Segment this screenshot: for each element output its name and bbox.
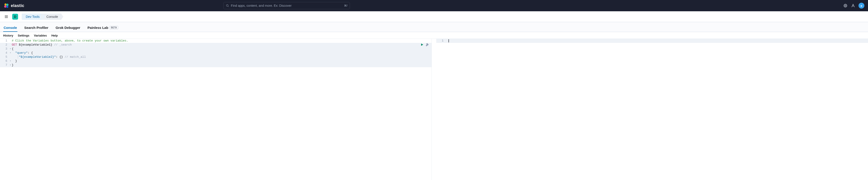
- breadcrumb-bar: D Dev Tools Console: [0, 11, 868, 22]
- breadcrumbs: Dev Tools Console: [22, 13, 61, 20]
- line-number: 5: [0, 55, 9, 59]
- svg-point-2: [4, 5, 6, 8]
- code-content[interactable]: # Click the Variables button, above, to …: [12, 39, 432, 43]
- line-number: 1: [0, 39, 9, 43]
- tab-search-profiler[interactable]: Search Profiler: [24, 23, 49, 32]
- header-right-group: e: [843, 3, 864, 8]
- code-line[interactable]: 6▾ }: [0, 59, 432, 63]
- run-controls: [420, 43, 429, 46]
- fold-toggle: [445, 39, 448, 43]
- line-number: 2: [0, 43, 9, 47]
- code-line[interactable]: 5 │"${exampleVariable2}": {} // match_al…: [0, 55, 432, 59]
- code-content[interactable]: }: [12, 59, 432, 63]
- code-content[interactable]: }: [12, 63, 432, 67]
- breadcrumb-console-label: Console: [46, 15, 58, 19]
- sub-tab-history[interactable]: History: [3, 34, 13, 37]
- pane-splitter[interactable]: [432, 39, 436, 180]
- sub-tab-variables[interactable]: Variables: [34, 34, 47, 37]
- svg-point-3: [6, 6, 8, 8]
- code-content[interactable]: "query": {: [12, 51, 432, 55]
- fold-toggle[interactable]: ▾: [9, 51, 12, 55]
- code-line[interactable]: 7▾}: [0, 63, 432, 67]
- tab-grok-debugger-label: Grok Debugger: [56, 26, 80, 30]
- line-number: 4: [0, 51, 9, 55]
- play-icon[interactable]: [420, 43, 424, 46]
- elastic-logo-icon: [4, 3, 9, 8]
- response-editor[interactable]: 1: [436, 39, 868, 43]
- global-header: elastic Find apps, content, and more. Ex…: [0, 0, 868, 11]
- code-content[interactable]: GET ${exampleVariable1} // _search: [12, 43, 432, 47]
- beta-badge: BETA: [110, 26, 118, 29]
- tab-console-label: Console: [4, 26, 17, 30]
- global-search[interactable]: Find apps, content, and more. Ex: Discov…: [223, 2, 350, 9]
- tab-painless-lab[interactable]: Painless Lab BETA: [87, 23, 119, 32]
- space-chip-letter: D: [14, 15, 16, 19]
- code-content[interactable]: [448, 39, 868, 43]
- help-icon[interactable]: [843, 3, 848, 8]
- text-cursor: [448, 39, 449, 42]
- code-content[interactable]: {: [12, 47, 432, 51]
- line-number: 3: [0, 47, 9, 51]
- code-line[interactable]: 3▾{: [0, 47, 432, 51]
- line-number: 7: [0, 63, 9, 67]
- request-editor[interactable]: 1# Click the Variables button, above, to…: [0, 39, 432, 67]
- svg-point-1: [6, 4, 8, 6]
- svg-point-0: [4, 3, 6, 5]
- code-line[interactable]: 1# Click the Variables button, above, to…: [0, 39, 432, 43]
- request-pane[interactable]: 1# Click the Variables button, above, to…: [0, 39, 432, 180]
- console-sub-tabs: History Settings Variables Help: [0, 32, 868, 39]
- fold-toggle: [9, 39, 12, 43]
- main-tabs: Console Search Profiler Grok Debugger Pa…: [0, 22, 868, 32]
- fold-toggle[interactable]: ▾: [9, 63, 12, 67]
- wrench-icon[interactable]: [426, 43, 429, 46]
- user-avatar[interactable]: e: [859, 3, 864, 8]
- fold-toggle: [9, 43, 12, 47]
- editor-area: 1# Click the Variables button, above, to…: [0, 39, 868, 180]
- sub-tab-help[interactable]: Help: [51, 34, 58, 37]
- line-number: 6: [0, 59, 9, 63]
- code-line[interactable]: 4▾ "query": {: [0, 51, 432, 55]
- fold-toggle: [9, 55, 12, 59]
- search-icon: [226, 4, 229, 7]
- svg-marker-11: [421, 43, 423, 46]
- svg-point-4: [226, 4, 228, 6]
- fold-toggle[interactable]: ▾: [9, 59, 12, 63]
- breadcrumb-devtools-label: Dev Tools: [26, 15, 39, 19]
- svg-point-7: [845, 5, 846, 6]
- code-line[interactable]: 2GET ${exampleVariable1} // _search: [0, 43, 432, 47]
- tab-grok-debugger[interactable]: Grok Debugger: [55, 23, 81, 32]
- fold-toggle[interactable]: ▾: [9, 47, 12, 51]
- global-search-shortcut: ⌘/: [344, 4, 347, 7]
- brand-word: elastic: [11, 3, 24, 8]
- newsfeed-icon[interactable]: [851, 3, 855, 8]
- breadcrumb-devtools[interactable]: Dev Tools: [22, 13, 43, 20]
- avatar-initial: e: [861, 4, 862, 7]
- space-chip[interactable]: D: [12, 14, 18, 20]
- response-pane[interactable]: 1: [436, 39, 868, 180]
- svg-point-6: [844, 4, 847, 7]
- tab-painless-lab-label: Painless Lab: [88, 26, 108, 30]
- line-number: 1: [436, 39, 445, 43]
- svg-line-5: [228, 6, 229, 7]
- code-line[interactable]: 1: [436, 39, 868, 43]
- global-search-placeholder: Find apps, content, and more. Ex: Discov…: [231, 4, 344, 7]
- brand-home[interactable]: elastic: [4, 3, 24, 8]
- tab-console[interactable]: Console: [3, 23, 18, 32]
- nav-toggle-button[interactable]: [3, 13, 10, 20]
- tab-search-profiler-label: Search Profiler: [24, 26, 49, 30]
- sub-tab-settings[interactable]: Settings: [18, 34, 29, 37]
- code-content[interactable]: │"${exampleVariable2}": {} // match_all: [12, 55, 432, 59]
